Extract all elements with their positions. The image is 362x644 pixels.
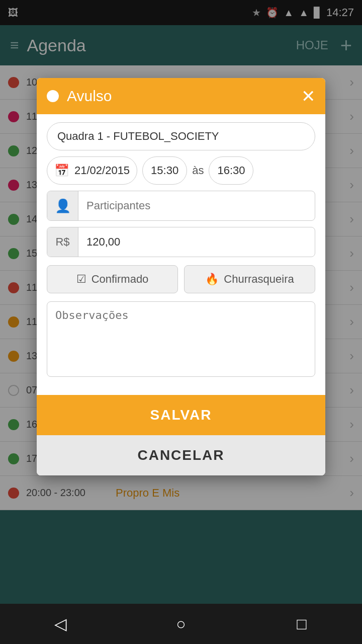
court-input[interactable] (47, 122, 315, 150)
close-button[interactable]: ✕ (301, 86, 315, 106)
date-time-row: 📅 21/02/2015 15:30 às 16:30 (47, 156, 315, 185)
back-icon: ◁ (54, 614, 67, 633)
cancel-button[interactable]: CANCELAR (37, 435, 325, 475)
toggle-row: ☑ Confirmado 🔥 Churrasqueira (47, 265, 315, 293)
time-start-value: 15:30 (151, 164, 178, 177)
home-button[interactable]: ○ (161, 604, 201, 644)
participant-icon-box: 👤 (47, 191, 78, 220)
date-value: 21/02/2015 (74, 164, 130, 177)
time-end-picker[interactable]: 16:30 (209, 156, 253, 185)
check-icon: ☑ (76, 273, 86, 286)
time-start-picker[interactable]: 15:30 (142, 156, 187, 185)
home-icon: ○ (176, 615, 186, 633)
person-icon: 👤 (55, 198, 71, 214)
dialog-header: Avulso ✕ (37, 78, 325, 114)
save-button[interactable]: SALVAR (37, 395, 325, 435)
recents-button[interactable]: □ (282, 604, 322, 644)
recent-apps-icon: □ (297, 615, 306, 633)
dialog-title: Avulso (67, 88, 112, 105)
back-button[interactable]: ◁ (40, 604, 80, 644)
time-separator: às (192, 164, 204, 177)
churrasqueira-label: Churrasqueira (224, 273, 294, 286)
participants-input[interactable] (78, 199, 315, 212)
calendar-icon: 📅 (54, 164, 69, 178)
currency-label: R$ (47, 227, 78, 257)
participants-row: 👤 (47, 191, 315, 221)
date-picker[interactable]: 📅 21/02/2015 (47, 156, 137, 185)
churrasqueira-button[interactable]: 🔥 Churrasqueira (184, 265, 315, 293)
price-input[interactable] (78, 235, 315, 249)
price-row: R$ (47, 227, 315, 257)
confirmado-button[interactable]: ☑ Confirmado (47, 265, 178, 293)
confirmado-label: Confirmado (92, 273, 149, 286)
bottom-navigation: ◁ ○ □ (0, 604, 362, 644)
court-field-row (47, 122, 315, 150)
time-end-value: 16:30 (217, 164, 245, 177)
dialog-type-dot (47, 90, 59, 102)
dialog-body: 📅 21/02/2015 15:30 às 16:30 👤 R$ (37, 114, 325, 395)
avulso-dialog: Avulso ✕ 📅 21/02/2015 15:30 às 16:30 (37, 78, 325, 475)
observations-input[interactable] (47, 301, 315, 377)
grill-icon: 🔥 (205, 273, 219, 286)
